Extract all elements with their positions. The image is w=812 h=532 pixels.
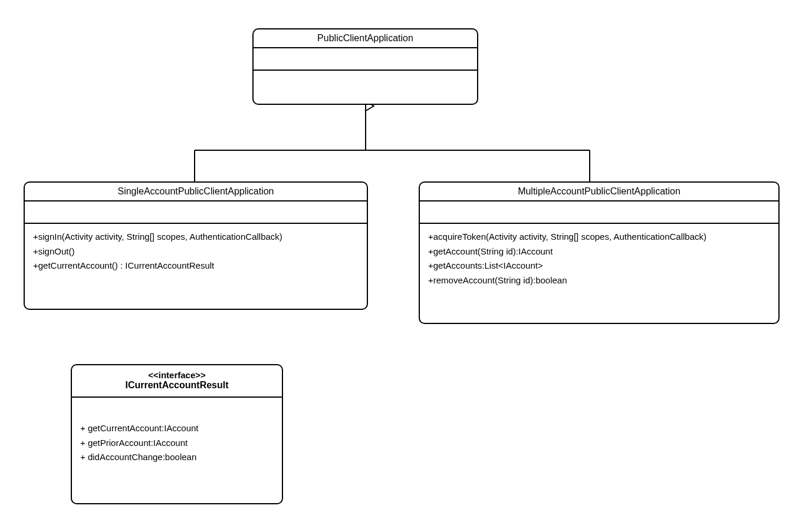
interface-icurrentaccountresult: <<interface>> ICurrentAccountResult + ge… [71,364,283,504]
class-multipleaccountpublicclientapplication: MultipleAccountPublicClientApplication +… [419,181,780,324]
interface-header: <<interface>> ICurrentAccountResult [72,365,282,398]
class-methods: +signIn(Activity activity, String[] scop… [25,224,367,309]
class-methods: +acquireToken(Activity activity, String[… [420,224,778,323]
class-attributes-empty [25,201,367,224]
class-title: PublicClientApplication [254,29,477,48]
interface-methods: + getCurrentAccount:IAccount + getPriorA… [72,398,282,503]
interface-method: + didAccountChange:boolean [80,450,274,465]
interface-stereotype: <<interface>> [79,370,275,380]
class-publicclientapplication: PublicClientApplication [252,28,478,105]
class-attributes-empty [420,201,778,224]
class-title: MultipleAccountPublicClientApplication [420,183,778,201]
class-attributes-empty [254,48,477,71]
class-title: SingleAccountPublicClientApplication [25,183,367,201]
interface-method: + getPriorAccount:IAccount [80,436,274,451]
class-singleaccountpublicclientapplication: SingleAccountPublicClientApplication +si… [24,181,368,310]
class-method: +getAccount(String id):IAccount [428,244,770,259]
class-method: +removeAccount(String id):boolean [428,273,770,288]
class-method: +getAccounts:List<IAccount> [428,259,770,273]
class-method: +acquireToken(Activity activity, String[… [428,230,770,244]
class-method: +signIn(Activity activity, String[] scop… [33,230,359,244]
interface-name: ICurrentAccountResult [79,380,275,391]
class-methods-empty [254,71,477,104]
interface-method: + getCurrentAccount:IAccount [80,421,274,436]
class-method: +signOut() [33,244,359,259]
class-method: +getCurrentAccount() : ICurrentAccountRe… [33,259,359,273]
